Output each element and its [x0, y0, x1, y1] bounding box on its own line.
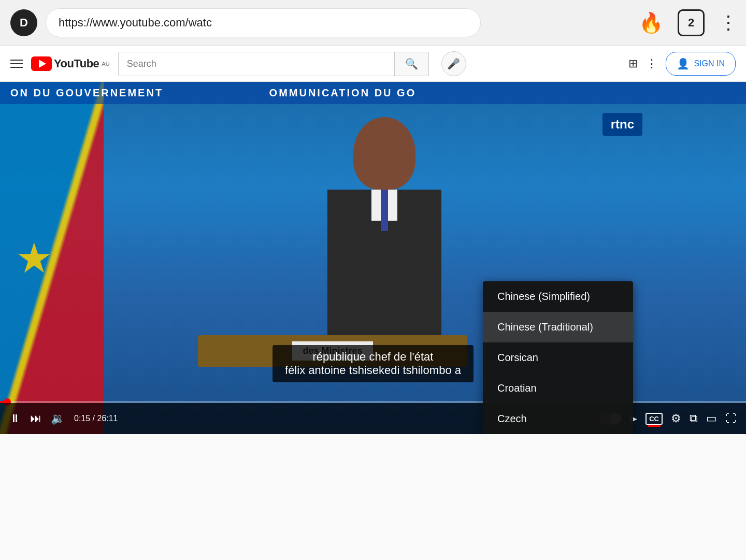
theater-button[interactable]: ▭	[706, 412, 717, 425]
subtitle-line-1: république chef de l'état	[285, 350, 461, 364]
video-container: ★ ON DU GOUVERNEMENT OMMUNICATION DU GO …	[0, 82, 746, 434]
fullscreen-button[interactable]: ⛶	[725, 412, 737, 425]
youtube-logo[interactable]: YouTube AU	[31, 56, 110, 71]
more-options-icon[interactable]: ⋮	[719, 12, 736, 34]
search-bar: 🔍	[118, 52, 429, 76]
apps-grid-icon[interactable]: ⊞	[628, 57, 638, 70]
tab-count-badge[interactable]: 2	[678, 9, 705, 36]
header-more-icon[interactable]: ⋮	[646, 57, 657, 70]
browser-chrome: D https://www.youtube.com/watc 🔥 2 ⋮	[0, 0, 746, 46]
video-background: ★ ON DU GOUVERNEMENT OMMUNICATION DU GO …	[0, 82, 746, 434]
next-button[interactable]: ⏭	[30, 412, 41, 425]
subtitle-line-2: félix antoine tshisekedi tshilombo a	[285, 364, 461, 377]
lang-item-croatian[interactable]: Croatian	[483, 373, 633, 404]
top-banner: ON DU GOUVERNEMENT OMMUNICATION DU GO	[0, 82, 746, 104]
search-input[interactable]	[119, 52, 394, 76]
congo-flag: ★	[0, 82, 104, 434]
browser-icons: 🔥 2 ⋮	[639, 9, 736, 36]
presenter-area	[327, 117, 441, 345]
video-controls-bar: ⏸ ⏭ 🔉 0:15 / 26:11 ▶ CC ⚙ ⧉ ▭ ⛶	[0, 403, 746, 434]
lang-item-corsican[interactable]: Corsican	[483, 342, 633, 373]
subtitles-overlay: république chef de l'état félix antoine …	[272, 345, 474, 382]
youtube-logo-icon	[31, 56, 52, 71]
browser-avatar: D	[10, 9, 37, 36]
youtube-country-code: AU	[102, 61, 109, 67]
youtube-header: YouTube AU 🔍 🎤 ⊞ ⋮ 👤 SIGN IN	[0, 46, 746, 82]
banner-text-left: ON DU GOUVERNEMENT	[10, 87, 163, 98]
sign-in-button[interactable]: 👤 SIGN IN	[666, 52, 736, 76]
language-dropdown: Chinese (Simplified) Chinese (Traditiona…	[483, 281, 633, 434]
youtube-logo-text: YouTube	[54, 57, 99, 70]
captions-button[interactable]: CC	[645, 413, 663, 425]
microphone-button[interactable]: 🎤	[441, 51, 466, 76]
browser-url-bar[interactable]: https://www.youtube.com/watc	[46, 8, 481, 37]
play-pause-button[interactable]: ⏸	[9, 412, 21, 425]
lang-item-czech[interactable]: Czech	[483, 404, 633, 434]
volume-button[interactable]: 🔉	[51, 412, 65, 425]
hamburger-menu-button[interactable]	[10, 60, 23, 68]
flag-star: ★	[16, 234, 53, 282]
header-right-icons: ⊞ ⋮ 👤 SIGN IN	[628, 52, 736, 76]
lang-item-chinese-traditional[interactable]: Chinese (Traditional)	[483, 312, 633, 342]
time-display: 0:15 / 26:11	[74, 414, 118, 423]
presenter-body	[327, 190, 441, 345]
rtnc-logo: rtnc	[602, 113, 642, 136]
search-button[interactable]: 🔍	[394, 52, 428, 76]
settings-button[interactable]: ⚙	[671, 412, 681, 425]
flame-icon[interactable]: 🔥	[639, 11, 663, 34]
presenter-tie	[381, 190, 388, 231]
user-circle-icon: 👤	[677, 58, 690, 70]
banner-text-right: OMMUNICATION DU GO	[269, 87, 417, 98]
presenter-head	[353, 117, 415, 190]
miniplayer-button[interactable]: ⧉	[690, 412, 698, 425]
lang-item-chinese-simplified[interactable]: Chinese (Simplified)	[483, 281, 633, 312]
